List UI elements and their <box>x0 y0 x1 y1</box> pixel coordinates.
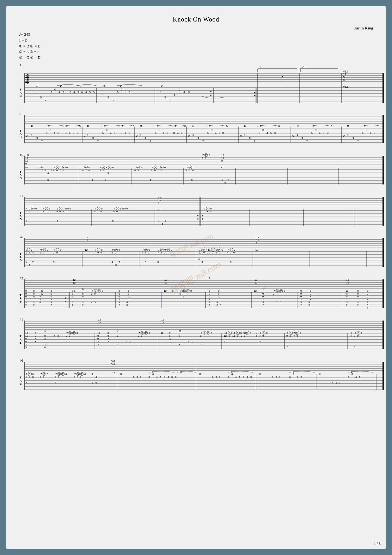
svg-text:0: 0 <box>231 373 233 376</box>
svg-text:4: 4 <box>347 133 348 136</box>
svg-text:0: 0 <box>164 251 165 254</box>
svg-text:0: 0 <box>44 346 46 349</box>
svg-text:0: 0 <box>152 373 154 376</box>
svg-text:7: 7 <box>44 99 46 103</box>
svg-text:0: 0 <box>357 292 359 295</box>
svg-text:P: P <box>189 166 191 169</box>
svg-text:7: 7 <box>134 166 136 169</box>
svg-text:7: 7 <box>92 290 93 292</box>
svg-text:12: 12 <box>199 251 201 254</box>
svg-text:0: 0 <box>367 290 368 292</box>
svg-text:P: P <box>60 207 61 210</box>
svg-text:12: 12 <box>161 318 164 321</box>
svg-text:4: 4 <box>73 91 75 94</box>
svg-text:+12: +12 <box>25 154 30 157</box>
svg-text:弹琴吧 m8.com: 弹琴吧 m8.com <box>168 232 215 259</box>
svg-text:H: H <box>116 330 119 333</box>
svg-text:5: 5 <box>302 136 303 139</box>
svg-text:0: 0 <box>164 166 166 169</box>
svg-text:P: P <box>161 248 162 251</box>
svg-text:P: P <box>80 84 83 87</box>
svg-text:X: X <box>25 343 27 346</box>
svg-text:12: 12 <box>254 281 257 284</box>
svg-text:P: P <box>81 373 83 376</box>
svg-text:0: 0 <box>164 376 165 378</box>
svg-text:3: 3 <box>51 301 52 304</box>
svg-text:H: H <box>172 290 174 292</box>
svg-text:7: 7 <box>114 207 115 210</box>
svg-text:A: A <box>20 173 22 177</box>
svg-text:H: H <box>139 125 142 128</box>
svg-text:0: 0 <box>343 78 345 82</box>
svg-text:H: H <box>346 125 349 128</box>
svg-text:12: 12 <box>85 248 88 251</box>
svg-text:P: P <box>57 166 58 169</box>
svg-text:P: P <box>296 332 297 334</box>
svg-text:11: 11 <box>232 332 235 334</box>
svg-text:5: 5 <box>51 169 52 172</box>
svg-text:9: 9 <box>164 248 166 251</box>
svg-text:0: 0 <box>209 295 210 298</box>
svg-text:0: 0 <box>51 290 52 292</box>
svg-text:0: 0 <box>158 202 160 205</box>
svg-text:5: 5 <box>77 91 79 94</box>
svg-text:0: 0 <box>149 332 150 334</box>
svg-text:4: 4 <box>247 376 248 378</box>
svg-text:X: X <box>128 298 130 301</box>
svg-text:X: X <box>44 343 46 346</box>
svg-text:0: 0 <box>193 166 194 169</box>
svg-text:5: 5 <box>138 343 139 346</box>
svg-text:5: 5 <box>224 181 226 184</box>
svg-text:P: P <box>155 166 156 169</box>
svg-text:9: 9 <box>287 332 289 334</box>
svg-text:H: H <box>319 373 321 376</box>
svg-text:5: 5 <box>250 376 252 378</box>
svg-text:2: 2 <box>300 304 302 307</box>
svg-text:P: P <box>47 125 49 128</box>
svg-text:4: 4 <box>297 376 298 378</box>
svg-text:9: 9 <box>209 154 210 157</box>
svg-text:9: 9 <box>53 169 55 172</box>
svg-text:7: 7 <box>97 140 99 143</box>
svg-text:H: H <box>87 125 89 128</box>
svg-text:7: 7 <box>53 251 55 254</box>
svg-text:7: 7 <box>142 248 144 251</box>
svg-text:0: 0 <box>69 334 70 337</box>
svg-text:8: 8 <box>106 166 107 169</box>
svg-text:P: P <box>63 166 64 169</box>
svg-text:4: 4 <box>35 93 36 96</box>
svg-text:P: P <box>98 290 100 292</box>
svg-text:7: 7 <box>203 210 205 213</box>
svg-text:12: 12 <box>158 199 161 202</box>
svg-text:7: 7 <box>119 261 120 264</box>
svg-text:5: 5 <box>301 376 302 378</box>
svg-text:P: P <box>117 207 118 210</box>
svg-text:0: 0 <box>352 373 353 376</box>
svg-text:7: 7 <box>273 290 275 292</box>
svg-text:7: 7 <box>140 376 141 378</box>
svg-text:0: 0 <box>82 295 84 298</box>
svg-text:0: 0 <box>65 373 67 376</box>
svg-text:5: 5 <box>138 169 139 172</box>
svg-text:P: P <box>98 248 99 251</box>
svg-text:0: 0 <box>121 88 122 91</box>
svg-text:T: T <box>20 335 21 338</box>
svg-text:5: 5 <box>352 136 354 139</box>
svg-text:3: 3 <box>262 301 264 304</box>
svg-text:0: 0 <box>89 166 90 169</box>
svg-text:A: A <box>20 132 22 135</box>
svg-text:12: 12 <box>256 239 259 242</box>
svg-text:5: 5 <box>92 136 94 139</box>
svg-text:0: 0 <box>119 290 120 292</box>
svg-text:12: 12 <box>346 281 349 284</box>
svg-text:0: 0 <box>25 290 27 292</box>
svg-text:9: 9 <box>152 166 153 169</box>
svg-text:5: 5 <box>183 295 184 298</box>
svg-text:9: 9 <box>55 376 56 378</box>
svg-text:0: 0 <box>222 131 224 134</box>
svg-text:0: 0 <box>149 248 150 251</box>
svg-text:0: 0 <box>211 128 212 132</box>
svg-text:0: 0 <box>51 292 52 295</box>
svg-text:0: 0 <box>56 251 58 254</box>
svg-text:⑨: ⑨ <box>40 166 43 169</box>
